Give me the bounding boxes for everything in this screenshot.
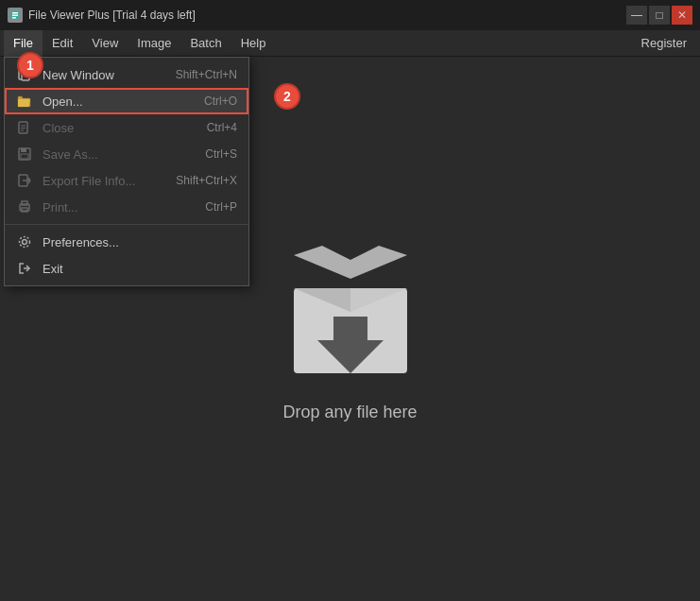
step-badge-1: 1	[17, 52, 43, 78]
menu-image[interactable]: Image	[128, 30, 180, 57]
svg-marker-27	[294, 246, 407, 279]
menu-edit[interactable]: Edit	[43, 30, 82, 57]
save-as-shortcut: Ctrl+S	[205, 147, 237, 161]
maximize-button[interactable]: □	[649, 6, 670, 25]
exit-icon	[16, 260, 33, 277]
register-button[interactable]: Register	[632, 32, 696, 54]
open-label: Open...	[43, 94, 204, 109]
exit-label: Exit	[43, 262, 237, 276]
menu-batch[interactable]: Batch	[180, 30, 230, 57]
drop-zone[interactable]: Drop any file here	[275, 236, 426, 422]
svg-rect-19	[22, 201, 27, 205]
save-as-label: Save As...	[43, 147, 205, 162]
step-badge-2: 2	[274, 83, 300, 110]
close-shortcut: Ctrl+4	[207, 121, 237, 134]
menu-item-open[interactable]: Open... Ctrl+O	[5, 88, 248, 114]
new-window-shortcut: Shift+Ctrl+N	[176, 68, 237, 81]
drop-text: Drop any file here	[282, 403, 417, 422]
new-window-label: New Window	[43, 68, 176, 82]
menu-file[interactable]: File	[4, 30, 43, 57]
menu-bar: File Edit View Image Batch Help Register	[0, 30, 700, 57]
menu-separator-1	[5, 224, 248, 225]
close-button[interactable]: ✕	[672, 6, 692, 25]
export-label: Export File Info...	[43, 174, 176, 188]
menu-view[interactable]: View	[82, 30, 128, 57]
save-icon	[16, 146, 33, 163]
app-title: File Viewer Plus [Trial 4 days left]	[28, 9, 626, 22]
print-shortcut: Ctrl+P	[205, 200, 237, 214]
svg-rect-2	[12, 15, 18, 17]
menu-help[interactable]: Help	[231, 30, 276, 57]
svg-rect-12	[21, 148, 26, 152]
menu-item-export: Export File Info... Shift+Ctrl+X	[5, 167, 248, 194]
file-dropdown-menu: New Window Shift+Ctrl+N Open... Ctrl+O C…	[4, 57, 249, 286]
svg-point-22	[20, 237, 30, 248]
export-shortcut: Shift+Ctrl+X	[176, 174, 237, 187]
drop-icon	[275, 236, 426, 387]
open-shortcut: Ctrl+O	[204, 94, 237, 108]
menu-item-close: Close Ctrl+4	[5, 114, 248, 141]
menu-item-print: Print... Ctrl+P	[5, 194, 248, 220]
svg-rect-3	[12, 17, 16, 19]
preferences-label: Preferences...	[43, 235, 237, 249]
svg-rect-1	[12, 12, 18, 14]
app-icon	[8, 8, 23, 23]
minimize-button[interactable]: —	[626, 6, 647, 25]
close-label: Close	[43, 121, 207, 135]
export-icon	[16, 172, 33, 189]
window-controls: — □ ✕	[626, 6, 692, 25]
svg-point-21	[23, 240, 27, 245]
menu-item-save-as: Save As... Ctrl+S	[5, 141, 248, 167]
close-file-icon	[16, 119, 33, 136]
title-bar: File Viewer Plus [Trial 4 days left] — □…	[0, 0, 700, 30]
menu-item-preferences[interactable]: Preferences...	[5, 229, 248, 255]
svg-rect-13	[21, 154, 28, 159]
open-folder-icon	[16, 93, 33, 110]
print-icon	[16, 198, 33, 215]
preferences-icon	[16, 233, 33, 250]
svg-rect-20	[22, 208, 27, 212]
print-label: Print...	[43, 200, 205, 215]
menu-item-exit[interactable]: Exit	[5, 255, 248, 282]
